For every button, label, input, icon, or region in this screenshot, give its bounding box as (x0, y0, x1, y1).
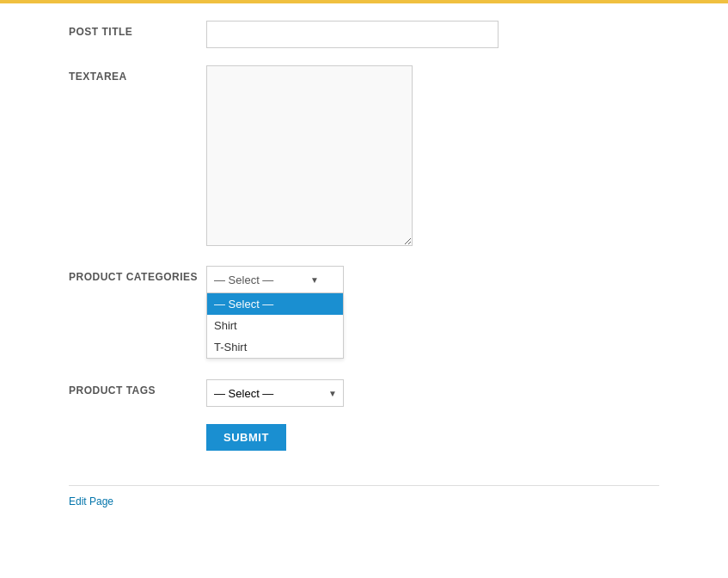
submit-row: SUBMIT (69, 424, 659, 451)
product-tags-control: — Select — ▼ (206, 379, 499, 407)
textarea-control (206, 65, 499, 249)
form-wrapper: POST TITLE TEXTAREA PRODUCT CATEGORIES —… (0, 3, 728, 542)
post-title-control (206, 21, 499, 48)
textarea-row: TEXTAREA (69, 65, 659, 249)
categories-option-tshirt[interactable]: T-Shirt (207, 336, 343, 358)
categories-option-select[interactable]: — Select — (207, 293, 343, 315)
categories-dropdown-list: — Select — Shirt T-Shirt (206, 293, 344, 359)
product-categories-row: PRODUCT CATEGORIES — Select — ▼ — Select… (69, 266, 659, 293)
edit-page-link[interactable]: Edit Page (69, 495, 113, 507)
post-title-row: POST TITLE (69, 21, 659, 48)
categories-dropdown-container: — Select — ▼ — Select — Shirt T-Shirt (206, 266, 344, 293)
post-title-input[interactable] (206, 21, 499, 48)
categories-dropdown-arrow-icon: ▼ (310, 275, 319, 285)
submit-button[interactable]: SUBMIT (206, 424, 286, 451)
textarea-input[interactable] (206, 65, 413, 246)
textarea-label: TEXTAREA (69, 65, 206, 83)
submit-row-inner: SUBMIT (206, 424, 659, 451)
categories-trigger-text: — Select — (214, 274, 273, 286)
post-title-label: POST TITLE (69, 21, 206, 38)
tags-select-wrapper: — Select — ▼ (206, 379, 344, 407)
product-categories-label: PRODUCT CATEGORIES (69, 266, 206, 283)
tags-select[interactable]: — Select — (206, 379, 344, 407)
edit-page-section: Edit Page (69, 485, 659, 507)
product-tags-row: PRODUCT TAGS — Select — ▼ (69, 379, 659, 407)
categories-option-shirt[interactable]: Shirt (207, 315, 343, 336)
categories-dropdown-trigger[interactable]: — Select — ▼ (206, 266, 344, 293)
page-container: POST TITLE TEXTAREA PRODUCT CATEGORIES —… (0, 0, 728, 542)
product-tags-label: PRODUCT TAGS (69, 379, 206, 397)
